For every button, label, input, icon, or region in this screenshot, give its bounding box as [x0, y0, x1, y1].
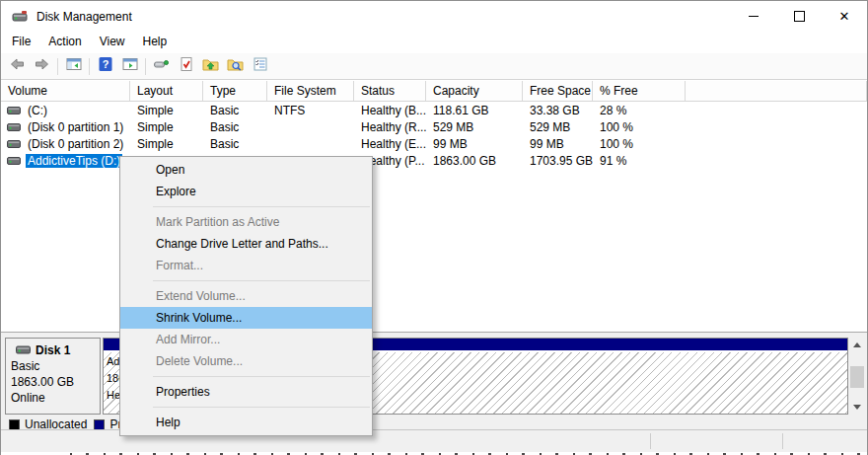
menu-separator [120, 372, 372, 381]
menu-separator-line [153, 407, 370, 408]
toolbar-separator [57, 58, 58, 75]
volume-name: AddictiveTips (D:) [26, 154, 122, 168]
chevron-up-icon [853, 342, 861, 347]
column-header-status[interactable]: Status [354, 81, 426, 101]
folder-up-button[interactable] [198, 54, 223, 78]
column-header-pct_free[interactable]: % Free [593, 81, 686, 101]
menu-item-format: Format... [120, 255, 372, 276]
toolbar-separator [145, 58, 146, 75]
back-icon [9, 56, 26, 76]
cell-pct_free: 100 % [593, 120, 686, 134]
minimize-icon [749, 16, 759, 17]
scroll-down-button[interactable] [849, 400, 865, 415]
volume-disk-icon [7, 104, 21, 117]
menu-item-mark-partition-as-active: Mark Partition as Active [120, 211, 372, 233]
menubar-item-action[interactable]: Action [39, 32, 90, 53]
column-header-type[interactable]: Type [203, 81, 267, 101]
context-menu: OpenExploreMark Partition as ActiveChang… [119, 156, 373, 436]
scrollbar-thumb[interactable] [850, 366, 864, 388]
cell-pct_free: 91 % [593, 154, 686, 168]
scroll-up-button[interactable] [849, 338, 865, 352]
volume-table-header: VolumeLayoutTypeFile SystemStatusCapacit… [1, 81, 867, 102]
legend-swatch [94, 419, 105, 430]
volume-disk-icon [7, 120, 21, 134]
cell-volume: (Disk 0 partition 2) [1, 137, 130, 151]
disk1-info-box[interactable]: Disk 1 Basic 1863.00 GB Online [5, 338, 101, 415]
window-title: Disk Management [36, 10, 132, 24]
menu-item-open[interactable]: Open [120, 159, 372, 181]
menu-item-shrink-volume[interactable]: Shrink Volume... [120, 307, 372, 329]
window-controls: ✕ [731, 1, 867, 32]
column-header-volume[interactable]: Volume [1, 81, 130, 101]
device-button[interactable] [149, 54, 174, 78]
device-icon [153, 56, 170, 76]
column-header-capacity[interactable]: Capacity [426, 81, 523, 101]
forward-button[interactable] [30, 54, 54, 78]
cell-capacity: 1863.00 GB [426, 154, 523, 168]
menu-item-explore[interactable]: Explore [120, 181, 372, 202]
volume-disk-icon [7, 137, 21, 151]
maximize-icon [794, 11, 805, 22]
column-header-fs[interactable]: File System [267, 81, 354, 101]
cell-type: Basic [203, 137, 267, 151]
statusbar-divider [782, 433, 783, 449]
disk1-name: Disk 1 [36, 342, 70, 358]
statusbar-divider [650, 433, 651, 449]
column-header-layout[interactable]: Layout [130, 81, 203, 101]
help-icon: ? [99, 56, 112, 76]
menu-item-properties[interactable]: Properties [120, 381, 372, 403]
cell-pct_free: 100 % [593, 137, 686, 151]
folder-up-icon [202, 56, 219, 76]
action-pane-button[interactable] [117, 54, 142, 78]
menu-item-delete-volume: Delete Volume... [120, 350, 372, 372]
vertical-scrollbar[interactable] [849, 338, 865, 415]
console-tree-button[interactable] [61, 54, 86, 78]
disk1-type: Basic [11, 358, 95, 374]
disk1-status: Online [11, 390, 95, 406]
console-tree-icon [66, 56, 82, 76]
checklist-button[interactable] [248, 54, 272, 78]
minimize-button[interactable] [731, 1, 776, 32]
back-button[interactable] [5, 54, 30, 78]
menu-separator [120, 276, 372, 285]
legend-swatch [9, 419, 20, 430]
column-header-filler [686, 81, 867, 101]
menu-item-extend-volume: Extend Volume... [120, 285, 372, 307]
table-row[interactable]: (Disk 0 partition 2)SimpleBasicHealthy (… [1, 135, 867, 152]
menu-item-help[interactable]: Help [120, 412, 372, 433]
folder-search-button[interactable] [223, 54, 248, 78]
close-icon: ✕ [839, 10, 850, 23]
menubar-item-file[interactable]: File [3, 32, 39, 53]
toolbar-separator [89, 58, 90, 75]
column-header-free_space[interactable]: Free Space [523, 81, 593, 101]
action-pane-icon [122, 56, 138, 76]
chevron-down-icon [853, 405, 861, 410]
cell-free_space: 33.38 GB [523, 104, 593, 117]
close-button[interactable]: ✕ [822, 1, 867, 32]
svg-text:?: ? [102, 58, 108, 70]
menu-separator [120, 403, 372, 412]
table-row[interactable]: (Disk 0 partition 1)SimpleBasicHealthy (… [1, 118, 867, 135]
cell-volume: AddictiveTips (D:) [1, 154, 130, 168]
cell-fs: NTFS [267, 104, 354, 117]
menubar-item-help[interactable]: Help [134, 32, 177, 53]
disk1-title: Disk 1 [11, 342, 95, 358]
cell-layout: Simple [130, 120, 203, 134]
help-button[interactable]: ? [93, 54, 117, 78]
volume-disk-icon [7, 154, 21, 168]
title-bar: Disk Management ✕ [1, 1, 867, 32]
checked-document-button[interactable] [174, 54, 198, 78]
cell-volume: (C:) [1, 104, 130, 117]
maximize-button[interactable] [776, 1, 822, 32]
toolbar: ? [1, 53, 867, 80]
disk-management-app-icon [12, 10, 29, 23]
table-row[interactable]: (C:)SimpleBasicNTFSHealthy (B...118.61 G… [1, 102, 867, 118]
menu-item-change-drive-letter-and-paths[interactable]: Change Drive Letter and Paths... [120, 233, 372, 255]
disk1-size: 1863.00 GB [11, 374, 95, 390]
checked-document-icon [179, 56, 194, 76]
menubar-item-view[interactable]: View [91, 32, 134, 53]
cell-free_space: 529 MB [523, 120, 593, 134]
menu-separator-line [153, 376, 370, 377]
disk-icon [16, 342, 31, 358]
cell-volume: (Disk 0 partition 1) [1, 120, 130, 134]
